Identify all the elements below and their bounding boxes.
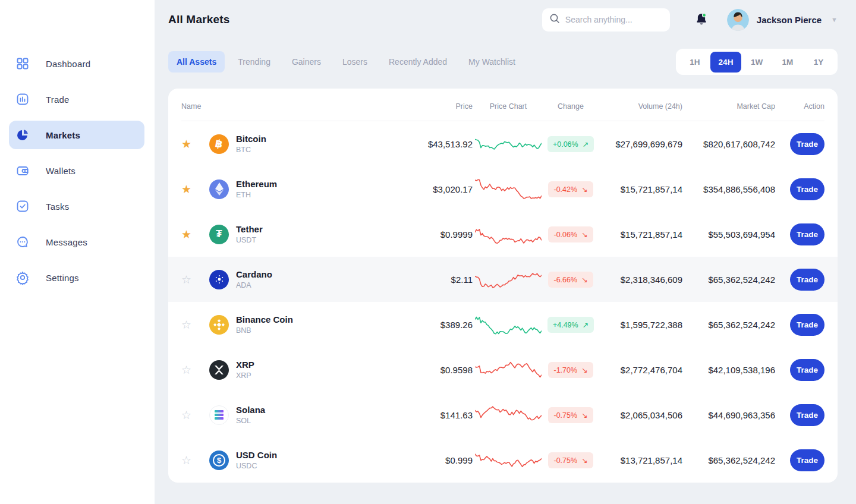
btc-coin-icon: ฿ xyxy=(209,134,229,154)
change-badge: +4.49% ↗ xyxy=(547,317,594,333)
trade-button[interactable]: Trade xyxy=(790,269,824,291)
market-cap-cell: $65,362,524,242 xyxy=(682,320,775,330)
timeframe-1w[interactable]: 1W xyxy=(741,52,772,73)
sidebar-item-label: Wallets xyxy=(46,166,75,176)
price-cell: $43,513.92 xyxy=(389,139,473,149)
table-row: ☆ $ USD Coin USDC $0.999 -0.75% ↘ $13,72… xyxy=(168,437,838,483)
asset-symbol: USDC xyxy=(236,462,277,470)
watchlist-star-icon[interactable]: ★ xyxy=(181,137,193,151)
asset-symbol: USDT xyxy=(236,236,263,244)
search-box[interactable] xyxy=(542,8,670,32)
column-header-name: Name xyxy=(181,99,389,111)
watchlist-star-icon[interactable]: ☆ xyxy=(181,408,193,422)
volume-cell: $15,721,857,14 xyxy=(597,229,682,240)
trade-button[interactable]: Trade xyxy=(790,359,824,381)
asset-cell: ★ ₮ Tether USDT xyxy=(181,224,389,244)
timeframe-1h[interactable]: 1H xyxy=(679,52,710,73)
sidebar-item-label: Settings xyxy=(46,273,79,283)
table-row: ☆ Cardano ADA $2.11 -6.66% ↘ $2,318,346,… xyxy=(168,257,838,302)
trade-button[interactable]: Trade xyxy=(790,178,824,200)
sidebar-item-trade[interactable]: Trade xyxy=(9,85,144,114)
sidebar-item-messages[interactable]: Messages xyxy=(9,228,144,256)
asset-cell: ☆ Binance Coin BNB xyxy=(181,314,389,335)
asset-cell: ★ Ethereum ETH xyxy=(181,179,389,199)
column-header-price-chart: Price Chart xyxy=(473,99,544,111)
xrp-coin-icon xyxy=(209,360,229,380)
timeframe-switcher: 1H24H1W1M1Y xyxy=(676,49,838,75)
top-right-cluster: Jackson Pierce ▼ xyxy=(542,8,838,32)
price-cell: $2.11 xyxy=(389,275,473,285)
watchlist-star-icon[interactable]: ☆ xyxy=(181,273,193,286)
price-cell: $3,020.17 xyxy=(389,184,473,194)
watchlist-star-icon[interactable]: ★ xyxy=(181,182,193,196)
table-body: ★ ฿ Bitcoin BTC $43,513.92 +0.06% ↗ $27,… xyxy=(181,121,824,483)
watchlist-star-icon[interactable]: ☆ xyxy=(181,453,193,467)
sidebar-item-tasks[interactable]: Tasks xyxy=(9,192,144,220)
asset-symbol: ADA xyxy=(236,281,272,289)
price-cell: $0.9999 xyxy=(389,229,473,240)
asset-cell: ☆ Solana SOL xyxy=(181,405,389,425)
timeframe-1m[interactable]: 1M xyxy=(772,52,803,73)
tab-recently-added[interactable]: Recently Added xyxy=(380,51,455,73)
usdt-coin-icon: ₮ xyxy=(209,225,229,244)
sidebar-item-markets[interactable]: Markets xyxy=(9,121,144,149)
asset-cell: ☆ Cardano ADA xyxy=(181,269,389,289)
user-menu-caret-icon[interactable]: ▼ xyxy=(831,16,838,23)
dashboard-grid-icon xyxy=(15,56,30,71)
asset-name: Bitcoin xyxy=(236,134,266,144)
change-badge: -0.06% ↘ xyxy=(548,226,593,242)
price-sparkline xyxy=(473,266,544,292)
sol-coin-icon xyxy=(209,405,229,425)
timeframe-1y[interactable]: 1Y xyxy=(803,52,834,73)
asset-symbol: ETH xyxy=(236,191,277,199)
column-header-price: Price xyxy=(389,99,473,111)
trade-button[interactable]: Trade xyxy=(790,449,824,471)
price-sparkline xyxy=(473,131,544,157)
volume-cell: $2,065,034,506 xyxy=(597,410,682,420)
markets-pie-icon xyxy=(15,128,30,142)
watchlist-star-icon[interactable]: ☆ xyxy=(181,318,193,332)
asset-name: XRP xyxy=(236,360,254,370)
notifications-bell-icon[interactable] xyxy=(694,12,709,27)
market-cap-cell: $65,362,524,242 xyxy=(682,455,775,465)
market-cap-cell: $354,886,556,408 xyxy=(682,184,775,194)
market-cap-cell: $42,109,538,196 xyxy=(682,365,775,375)
price-sparkline xyxy=(473,357,544,383)
sidebar-item-settings[interactable]: Settings xyxy=(9,263,144,292)
tab-my-watchlist[interactable]: My Watchlist xyxy=(460,51,524,73)
column-header-volume: Volume (24h) xyxy=(597,99,682,111)
trade-button[interactable]: Trade xyxy=(790,404,824,426)
asset-symbol: SOL xyxy=(236,417,265,425)
watchlist-star-icon[interactable]: ★ xyxy=(181,228,193,241)
sidebar-item-wallets[interactable]: Wallets xyxy=(9,156,144,185)
user-name[interactable]: Jackson Pierce xyxy=(757,15,822,25)
tab-all-assets[interactable]: All Assets xyxy=(168,51,225,73)
search-icon xyxy=(549,13,560,26)
timeframe-24h[interactable]: 24H xyxy=(710,52,741,73)
volume-cell: $2,318,346,609 xyxy=(597,275,682,285)
sidebar-item-label: Dashboard xyxy=(46,59,90,69)
table-header-row: Name Price Price Chart Change Volume (24… xyxy=(181,89,824,121)
price-sparkline xyxy=(473,447,544,473)
sidebar-item-dashboard[interactable]: Dashboard xyxy=(9,49,144,78)
asset-name: Solana xyxy=(236,405,265,415)
sidebar: DashboardTradeMarketsWalletsTasksMessage… xyxy=(0,0,155,504)
page-title: All Markets xyxy=(168,13,230,26)
change-badge: +0.06% ↗ xyxy=(547,136,594,152)
market-cap-cell: $55,503,694,954 xyxy=(682,229,775,240)
user-avatar[interactable] xyxy=(727,9,749,31)
asset-cell: ★ ฿ Bitcoin BTC xyxy=(181,134,389,154)
table-row: ★ ₮ Tether USDT $0.9999 -0.06% ↘ $15,721… xyxy=(168,212,838,257)
tab-gainers[interactable]: Gainers xyxy=(284,51,329,73)
tab-trending[interactable]: Trending xyxy=(229,51,279,73)
tab-losers[interactable]: Losers xyxy=(334,51,376,73)
search-input[interactable] xyxy=(565,15,654,24)
table-row: ☆ Binance Coin BNB $389.26 +4.49% ↗ $1,5… xyxy=(168,302,838,347)
trade-button[interactable]: Trade xyxy=(790,314,824,336)
watchlist-star-icon[interactable]: ☆ xyxy=(181,363,193,377)
trade-chart-icon xyxy=(15,92,30,106)
trade-button[interactable]: Trade xyxy=(790,223,824,245)
volume-cell: $27,699,699,679 xyxy=(597,139,682,149)
trade-button[interactable]: Trade xyxy=(790,133,824,155)
asset-name: Ethereum xyxy=(236,179,277,189)
